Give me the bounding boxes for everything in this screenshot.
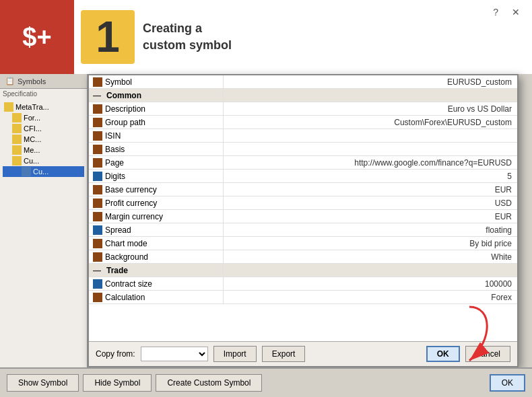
- symbol-icon: [22, 167, 31, 176]
- tree-item-me[interactable]: Me...: [3, 145, 84, 155]
- ok-button[interactable]: OK: [426, 346, 460, 362]
- prop-row-page: Page http://www.google.com/finance?q=EUR…: [89, 156, 517, 170]
- ab-icon: [93, 293, 102, 302]
- prop-row-profit-currency: Profit currency USD: [89, 196, 517, 210]
- section-common-label: — Common: [89, 89, 224, 102]
- prop-row-spread: Spread floating: [89, 223, 517, 237]
- ab-icon: [93, 104, 102, 114]
- export-button[interactable]: Export: [262, 346, 306, 362]
- prop-row-description: Description Euro vs US Dollar: [89, 102, 517, 116]
- properties-table[interactable]: Symbol EURUSD_custom — Common: [89, 75, 517, 341]
- dialog-footer: Copy from: Import Export OK Cancel: [89, 341, 517, 366]
- step-number: 1: [81, 10, 135, 64]
- prop-row-calculation: Calculation Forex: [89, 291, 517, 304]
- prop-value-symbol: EURUSD_custom: [224, 75, 517, 88]
- create-custom-symbol-button[interactable]: Create Custom Symbol: [156, 374, 262, 392]
- ab-icon: [93, 212, 102, 221]
- num-icon: [93, 172, 102, 181]
- folder-icon: [12, 113, 22, 122]
- left-panel: 📋 Symbols Specificatio MetaTra... For...…: [0, 74, 88, 367]
- tree-item-custom-selected[interactable]: Cu...: [3, 166, 84, 177]
- header-banner: $+ 1 Creating a custom symbol ? ✕: [0, 0, 532, 74]
- copy-from-select[interactable]: [141, 347, 208, 361]
- ab-icon: [93, 131, 102, 141]
- tree-item-forex[interactable]: For...: [3, 112, 84, 123]
- header-title: Creating a custom symbol: [143, 20, 232, 54]
- prop-row-isin: ISIN: [89, 129, 517, 143]
- tree-item-cfi[interactable]: CFI...: [3, 123, 84, 134]
- folder-icon: [12, 145, 22, 155]
- prop-name-symbol: Symbol: [89, 75, 224, 88]
- cancel-button[interactable]: Cancel: [465, 346, 510, 362]
- prop-row-contract-size: Contract size 100000: [89, 277, 517, 291]
- ab-icon: [93, 239, 102, 248]
- window-controls: ? ✕: [489, 5, 524, 19]
- folder-icon: [12, 156, 22, 166]
- ab-icon: [93, 185, 102, 194]
- prop-row-background: Background White: [89, 250, 517, 264]
- logo-symbol: $+: [22, 23, 51, 52]
- folder-icon: [4, 102, 13, 112]
- prop-row-group-path: Group path Custom\Forex\EURUSD_custom: [89, 116, 517, 129]
- tree-item-cu1[interactable]: Cu...: [3, 155, 84, 166]
- tree-item-mc[interactable]: MC...: [3, 134, 84, 145]
- section-common: — Common: [89, 89, 517, 102]
- ab-icon: [93, 77, 102, 87]
- folder-icon: [12, 135, 22, 144]
- symbol-dialog: Symbol EURUSD_custom — Common: [88, 74, 519, 367]
- logo-circle: $+: [0, 0, 74, 74]
- prop-row-chart-mode: Chart mode By bid price: [89, 237, 517, 250]
- spec-label: Specificatio: [0, 89, 87, 99]
- ab-icon: [93, 118, 102, 127]
- header-text: 1 Creating a custom symbol: [74, 10, 232, 64]
- show-symbol-button[interactable]: Show Symbol: [7, 374, 79, 392]
- copy-from-label: Copy from:: [96, 349, 135, 359]
- prop-row-margin-currency: Margin currency EUR: [89, 210, 517, 223]
- close-button[interactable]: ✕: [508, 5, 524, 19]
- dialog-overlay: Symbol EURUSD_custom — Common: [88, 74, 532, 367]
- prop-row-digits: Digits 5: [89, 170, 517, 183]
- ab-icon: [93, 158, 102, 168]
- main-area: 📋 Symbols Specificatio MetaTra... For...…: [0, 74, 532, 367]
- bottom-toolbar: Show Symbol Hide Symbol Create Custom Sy…: [0, 367, 532, 397]
- num-icon: [93, 225, 102, 235]
- section-trade: — Trade: [89, 264, 517, 277]
- hide-symbol-button[interactable]: Hide Symbol: [83, 374, 152, 392]
- folder-icon: [12, 124, 22, 133]
- ab-icon: [93, 199, 102, 208]
- prop-row-symbol: Symbol EURUSD_custom: [89, 75, 517, 89]
- ab-icon: [93, 145, 102, 154]
- prop-row-base-currency: Base currency EUR: [89, 183, 517, 196]
- import-button[interactable]: Import: [213, 346, 257, 362]
- help-button[interactable]: ?: [489, 5, 502, 19]
- symbols-tab[interactable]: 📋 Symbols: [0, 74, 87, 89]
- prop-row-basis: Basis: [89, 143, 517, 156]
- ab-icon: [93, 252, 102, 262]
- num-icon: [93, 279, 102, 289]
- tree-item-metatrader[interactable]: MetaTra...: [3, 102, 84, 112]
- symbols-tree: MetaTra... For... CFI... MC... Me... Cu.…: [0, 99, 87, 367]
- main-ok-button[interactable]: OK: [490, 374, 525, 392]
